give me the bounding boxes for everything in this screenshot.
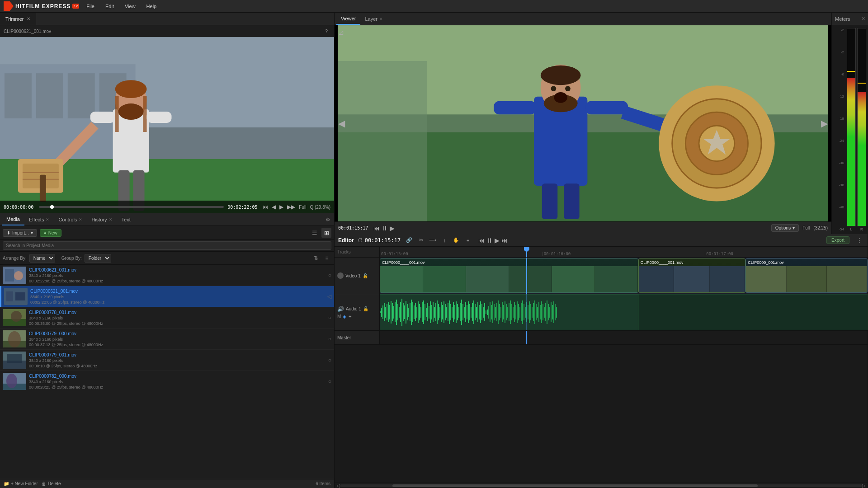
- media-item[interactable]: CLIP0000621_001.mov 3840 x 2160 pixels 0…: [0, 265, 334, 286]
- trimmer-btn-back[interactable]: ◀: [272, 204, 276, 210]
- tab-controls[interactable]: Controls ✕: [54, 213, 87, 225]
- scrollbar-thumb[interactable]: [392, 484, 758, 487]
- media-filename[interactable]: CLIP0000778_001.mov: [29, 310, 326, 315]
- audio-track-lock-icon[interactable]: 🔓: [363, 306, 368, 311]
- svg-rect-117: [445, 304, 446, 320]
- arrange-select[interactable]: Name: [29, 254, 55, 263]
- media-item[interactable]: CLIP0000779_000.mov 3840 x 2160 pixels 0…: [0, 328, 334, 350]
- menu-view[interactable]: View: [123, 3, 137, 10]
- editor-tool-zoom-in[interactable]: +: [463, 236, 473, 245]
- media-item[interactable]: CLIP0000778_001.mov 3840 x 2160 pixels 0…: [0, 307, 334, 328]
- scrollbar-track[interactable]: [340, 484, 862, 487]
- svg-rect-168: [514, 302, 515, 322]
- tab-effects-close[interactable]: ✕: [46, 217, 49, 222]
- video-track-visibility-btn[interactable]: [337, 272, 344, 279]
- media-options-icon[interactable]: ○: [328, 336, 331, 342]
- menu-edit[interactable]: Edit: [104, 3, 116, 10]
- media-filename[interactable]: CLIP0000621_001.mov: [30, 289, 325, 294]
- editor-tool-select[interactable]: ↕: [439, 236, 449, 245]
- media-item[interactable]: CLIP0000621_001.mov 3840 x 2160 pixels 0…: [0, 286, 334, 307]
- grid-view-btn[interactable]: ⊞: [321, 228, 331, 238]
- audio-volume-icon[interactable]: ◈: [343, 314, 346, 319]
- editor-btn-start[interactable]: ⏮: [478, 237, 485, 244]
- editor-tool-hand[interactable]: ✋: [451, 236, 461, 245]
- editor-dots-menu[interactable]: ⋮: [855, 236, 864, 245]
- panel-action-gear[interactable]: ⚙: [323, 215, 332, 224]
- media-options-icon[interactable]: ○: [328, 272, 331, 278]
- delete-button[interactable]: 🗑 Delete: [42, 481, 61, 486]
- tab-text[interactable]: Text: [117, 213, 135, 225]
- tab-history-close[interactable]: ✕: [109, 217, 113, 222]
- trimmer-btn-start[interactable]: ⏮: [263, 204, 268, 210]
- arrange-action-1[interactable]: ⇅: [311, 253, 321, 263]
- svg-rect-197: [553, 301, 554, 323]
- viewer-nav-right[interactable]: ▶: [821, 118, 828, 129]
- editor-btn-pause[interactable]: ⏸: [486, 237, 493, 244]
- editor-btn-end[interactable]: ⏭: [501, 237, 508, 244]
- video-clip-1[interactable]: CLIP0000____001.mov: [380, 258, 638, 293]
- svg-rect-140: [476, 307, 477, 318]
- viewer-options-btn[interactable]: Options ▾: [771, 224, 799, 232]
- svg-rect-104: [427, 303, 428, 321]
- media-item[interactable]: CLIP0000779_001.mov 3840 x 2160 pixels 0…: [0, 350, 334, 371]
- media-item[interactable]: CLIP0000782_000.mov 3840 x 2160 pixels 0…: [0, 371, 334, 392]
- tab-history[interactable]: History ✕: [87, 213, 117, 225]
- arrange-action-2[interactable]: ≡: [322, 253, 331, 263]
- trimmer-scrubber-handle[interactable]: [50, 205, 54, 209]
- viewer-btn-play[interactable]: ▶: [390, 225, 395, 232]
- timeline-scrollbar[interactable]: ◁ ▷: [335, 483, 868, 488]
- meters-close-btn[interactable]: ✕: [861, 16, 865, 22]
- tab-layer[interactable]: Layer ✕: [360, 13, 387, 25]
- video-clip-2[interactable]: CLIP0000____001.mov: [638, 258, 745, 293]
- scrollbar-left-arrow[interactable]: ◁: [336, 483, 340, 488]
- media-filename[interactable]: CLIP0000621_001.mov: [29, 267, 326, 272]
- new-button[interactable]: ● New: [40, 229, 61, 237]
- media-filename[interactable]: CLIP0000782_000.mov: [29, 374, 326, 379]
- menu-help[interactable]: Help: [145, 3, 159, 10]
- trimmer-help-btn[interactable]: ?: [322, 27, 330, 35]
- tab-controls-close[interactable]: ✕: [79, 217, 82, 222]
- media-filename[interactable]: CLIP0000779_001.mov: [29, 352, 326, 357]
- media-options-icon[interactable]: ○: [328, 357, 331, 363]
- video-track-lock-icon[interactable]: 🔓: [363, 273, 368, 278]
- timeline-playhead[interactable]: [526, 247, 527, 257]
- viewer-btn-pause[interactable]: ⏸: [382, 225, 388, 232]
- editor-btn-play[interactable]: ▶: [495, 237, 500, 244]
- editor-tool-magnet[interactable]: 🔗: [404, 236, 414, 245]
- scrollbar-right-arrow[interactable]: ▷: [862, 483, 866, 488]
- group-select[interactable]: Folder: [85, 254, 111, 263]
- new-folder-button[interactable]: 📁 + New Folder: [4, 481, 38, 486]
- menu-file[interactable]: File: [85, 3, 96, 10]
- editor-tool-ripple[interactable]: ⟶: [428, 236, 438, 245]
- tab-viewer[interactable]: Viewer: [336, 13, 360, 25]
- trimmer-scrubber[interactable]: [39, 206, 224, 208]
- svg-point-41: [6, 374, 17, 388]
- trimmer-btn-play[interactable]: ▶: [279, 204, 283, 210]
- audio-solo-icon[interactable]: ✦: [348, 314, 352, 319]
- import-button[interactable]: ⬇ Import... ▾: [3, 229, 37, 237]
- video-clip-3[interactable]: CLIP0000_001.mov: [745, 258, 868, 293]
- media-filename[interactable]: CLIP0000779_000.mov: [29, 331, 326, 336]
- editor-tool-cut[interactable]: ✂: [416, 236, 426, 245]
- tab-layer-close[interactable]: ✕: [379, 17, 383, 21]
- tab-trimmer[interactable]: Trimmer ✕: [0, 13, 36, 25]
- audio-mute-icon[interactable]: M: [337, 314, 341, 319]
- viewer-nav-left[interactable]: ◀: [338, 118, 345, 129]
- svg-rect-199: [556, 307, 557, 318]
- media-options-icon[interactable]: ○: [328, 314, 331, 321]
- search-input[interactable]: [3, 241, 331, 250]
- tab-media[interactable]: Media: [2, 213, 24, 225]
- export-button[interactable]: Export: [826, 236, 849, 244]
- viewer-btn-start[interactable]: ⏮: [373, 225, 380, 232]
- trimmer-btn-forward[interactable]: ▶▶: [287, 204, 295, 210]
- viewer-expand-btn[interactable]: ⊿: [338, 28, 344, 37]
- list-view-btn[interactable]: ☰: [310, 228, 320, 238]
- svg-rect-154: [495, 307, 496, 318]
- media-options-icon[interactable]: ○: [328, 378, 331, 385]
- media-options-icon[interactable]: ◁: [327, 293, 331, 300]
- meter-fill-left: [847, 78, 855, 226]
- svg-rect-195: [551, 302, 552, 322]
- timeline-ruler[interactable]: 00:01:15:00 00:01:16:00 00:01:17:00: [380, 247, 868, 257]
- tab-effects[interactable]: Effects ✕: [24, 213, 54, 225]
- tab-trimmer-close[interactable]: ✕: [27, 16, 30, 21]
